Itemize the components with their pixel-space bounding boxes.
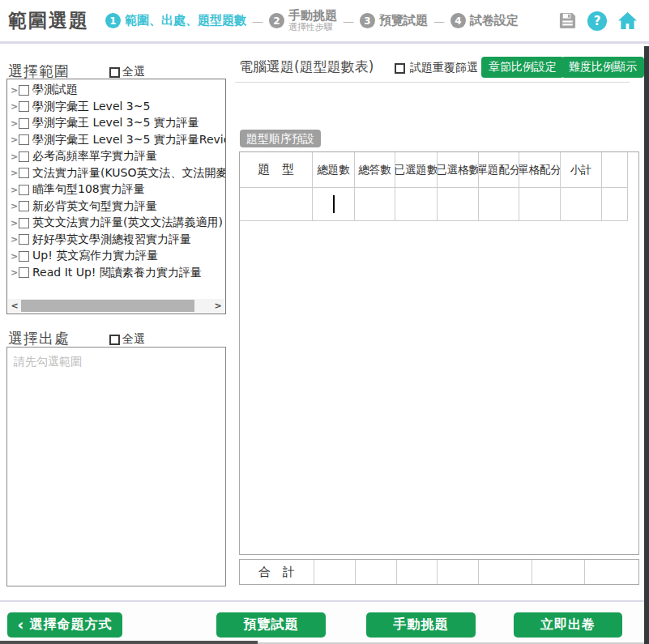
save-icon[interactable] (558, 11, 577, 30)
scrollbar-thumb[interactable] (21, 300, 194, 312)
range-item-checkbox[interactable] (19, 118, 29, 129)
generate-paper-button[interactable]: 立即出卷 (514, 612, 622, 638)
step-2-sublabel: 選擇性步驟 (288, 23, 337, 32)
scroll-right-icon[interactable]: > (211, 301, 224, 311)
totals-label: 合 計 (240, 560, 314, 584)
range-tree-item[interactable]: > 好好學英文學測總複習實力評量 (7, 232, 225, 249)
range-item-checkbox[interactable] (19, 85, 29, 96)
range-item-label: 新必背英文句型實力評量 (32, 199, 157, 214)
expand-chevron-icon[interactable]: > (10, 201, 19, 211)
step-1-badge: 1 (105, 13, 121, 28)
range-item-label: 學測字彙王 Level 3~5 (32, 100, 150, 114)
expand-chevron-icon[interactable]: > (10, 251, 19, 262)
expand-chevron-icon[interactable]: > (10, 134, 19, 145)
range-select-all-checkbox[interactable] (109, 67, 120, 78)
expand-chevron-icon[interactable]: > (10, 218, 19, 228)
duplicate-filter-checkbox[interactable] (395, 63, 405, 74)
range-item-label: Up! 英文寫作力實力評量 (32, 249, 158, 263)
range-item-label: 學測字彙王 Level 3~5 實力評量 (32, 116, 199, 130)
help-icon[interactable]: ? (587, 11, 607, 31)
range-tree-panel: > 學測試題 > 學測字彙王 Level 3~5 > 學測字彙王 Level 3… (6, 79, 226, 314)
col-header-blank (602, 152, 628, 188)
step-3-badge: 3 (360, 13, 375, 28)
home-icon[interactable] (617, 11, 638, 30)
selected-cells-cell[interactable] (438, 188, 479, 221)
range-item-checkbox[interactable] (19, 201, 29, 211)
app-header: 範圍選題 1 範圍、出處、題型題數 — 2 手動挑題 選擇性步驟 — 3 預覽試… (0, 0, 649, 44)
col-header-points-per-cell: 單格配分 (519, 152, 561, 188)
totals-cell (438, 560, 479, 584)
range-item-label: 英文文法實力評量(英文文法講義適用) (32, 215, 223, 230)
range-item-checkbox[interactable] (19, 151, 29, 162)
expand-chevron-icon[interactable]: > (10, 85, 19, 96)
text-caret (333, 195, 335, 213)
range-tree-item[interactable]: > 學測字彙王 Level 3~5 (7, 99, 225, 116)
expand-chevron-icon[interactable]: > (10, 151, 19, 162)
range-item-label: Read It Up! 閱讀素養力實力評量 (32, 266, 202, 280)
total-questions-input-cell[interactable] (313, 188, 355, 221)
step-2-manual-pick[interactable]: 2 手動挑題 選擇性步驟 (269, 9, 337, 32)
source-select-all-checkbox[interactable] (109, 335, 120, 345)
manual-pick-button[interactable]: 手動挑題 (366, 612, 476, 638)
step-4-paper-settings[interactable]: 4 試卷設定 (450, 13, 519, 28)
question-order-default-badge[interactable]: 題型順序預設 (240, 130, 321, 147)
step-2-label: 手動挑題 (288, 9, 337, 23)
back-to-method-button[interactable]: ‹ 選擇命題方式 (7, 612, 122, 638)
source-select-all: 全選 (109, 332, 145, 347)
difficulty-ratio-button[interactable]: 難度比例顯示 (561, 57, 644, 78)
range-item-checkbox[interactable] (19, 168, 29, 178)
range-tree-item[interactable]: > 英文文法實力評量(英文文法講義適用) (7, 215, 225, 232)
selected-questions-cell[interactable] (395, 188, 438, 221)
expand-chevron-icon[interactable]: > (10, 185, 19, 195)
step-separator: — (252, 15, 263, 28)
range-tree-item[interactable]: > 新必背英文句型實力評量 (7, 198, 225, 215)
points-per-question-cell[interactable] (479, 188, 519, 221)
range-tree-item[interactable]: > 學測試題 (7, 82, 225, 99)
page-title: 範圍選題 (8, 8, 89, 33)
range-tree-item[interactable]: > 學測字彙王 Level 3~5 實力評量 (7, 115, 225, 132)
range-item-checkbox[interactable] (19, 101, 29, 112)
duplicate-filter: 試題重覆篩選 (395, 61, 478, 75)
page-scrollbar[interactable] (644, 46, 649, 644)
subtotal-cell[interactable] (561, 188, 602, 221)
range-item-label: 好好學英文學測總複習實力評量 (32, 232, 191, 247)
preview-questions-button[interactable]: 預覽試題 (216, 612, 326, 638)
range-tree-item[interactable]: > 學測字彙王 Level 3~5 實力評量Review (7, 132, 225, 149)
range-item-label: 瞄準句型108實力評量 (32, 182, 145, 197)
col-header-points-per-question: 單題配分 (479, 152, 519, 188)
step-1-range[interactable]: 1 範圍、出處、題型題數 (105, 13, 246, 28)
range-item-label: 學測字彙王 Level 3~5 實力評量Review (32, 133, 225, 147)
range-tree-item[interactable]: > 文法實力評量(KUSO英文法、文法開麥拉 (7, 165, 225, 182)
back-button-label: 選擇命題方式 (29, 616, 112, 633)
expand-chevron-icon[interactable]: > (10, 267, 19, 278)
question-type-cell[interactable] (240, 188, 313, 221)
range-tree-item[interactable]: > 必考高頻率單字實力評量 (7, 148, 225, 165)
range-tree-item[interactable]: > 瞄準句型108實力評量 (7, 181, 225, 198)
source-list-panel: 請先勾選範圍 (6, 347, 226, 586)
range-item-checkbox[interactable] (19, 267, 29, 278)
scroll-left-icon[interactable]: < (8, 301, 21, 311)
range-item-checkbox[interactable] (19, 185, 29, 195)
range-item-checkbox[interactable] (19, 134, 29, 145)
range-item-checkbox[interactable] (19, 234, 29, 245)
step-separator: — (343, 15, 354, 28)
range-tree-item[interactable]: > Up! 英文寫作力實力評量 (7, 248, 225, 265)
totals-cell (356, 560, 397, 584)
total-answers-cell[interactable] (355, 188, 395, 221)
col-header-total-answers: 總答數 (355, 152, 395, 188)
range-tree-item[interactable]: > Read It Up! 閱讀素養力實力評量 (7, 265, 225, 282)
expand-chevron-icon[interactable]: > (10, 118, 19, 129)
totals-cell (532, 560, 585, 584)
col-header-selected-cells: 已選格數 (438, 152, 479, 188)
range-item-label: 學測試題 (32, 83, 78, 97)
header-icons: ? (558, 11, 638, 31)
points-per-cell-cell[interactable] (519, 188, 561, 221)
chapter-ratio-button[interactable]: 章節比例設定 (481, 57, 564, 78)
expand-chevron-icon[interactable]: > (10, 234, 19, 245)
expand-chevron-icon[interactable]: > (10, 168, 19, 178)
range-item-checkbox[interactable] (19, 251, 29, 262)
range-item-checkbox[interactable] (19, 218, 29, 228)
step-3-preview[interactable]: 3 預覽試題 (360, 13, 428, 28)
expand-chevron-icon[interactable]: > (10, 101, 19, 112)
horizontal-scrollbar: < > (8, 299, 224, 313)
